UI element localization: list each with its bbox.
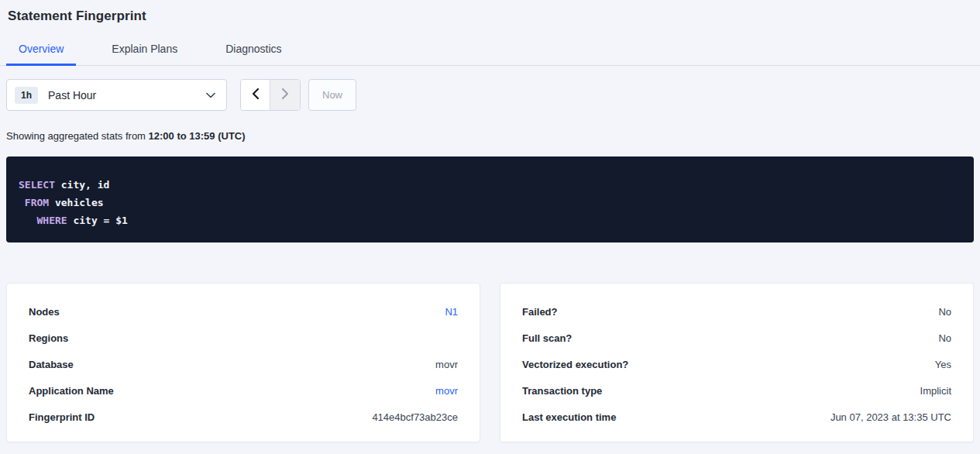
card-row-label: Last execution time: [522, 411, 616, 423]
sql-line: FROM vehicles: [19, 194, 961, 212]
chevron-left-icon: [252, 88, 260, 102]
card-row: Regions: [29, 325, 458, 351]
aggregated-stats-prefix: Showing aggregated stats from: [6, 130, 149, 142]
time-range-dropdown[interactable]: 1h Past Hour: [6, 79, 227, 111]
card-row-label: Full scan?: [522, 332, 572, 344]
card-row: Full scan?No: [522, 325, 951, 351]
time-step-button-group: [240, 79, 301, 111]
now-button[interactable]: Now: [308, 79, 356, 111]
time-controls: 1h Past Hour Now: [6, 79, 980, 111]
card-row-value: Jun 07, 2023 at 13:35 UTC: [830, 411, 951, 423]
aggregated-stats-text: Showing aggregated stats from 12:00 to 1…: [6, 130, 980, 142]
card-row-value: Implicit: [920, 385, 951, 397]
chevron-right-icon: [281, 88, 289, 102]
card-row-value-link[interactable]: movr: [435, 385, 458, 397]
card-row-value-link[interactable]: N1: [445, 306, 458, 318]
card-row-label: Transaction type: [522, 385, 602, 397]
tab-explain-plans-label: Explain Plans: [112, 43, 177, 55]
sql-statement-box: SELECT city, id FROM vehicles WHERE city…: [6, 156, 974, 242]
card-row-value: No: [938, 332, 951, 344]
card-row: Transaction typeImplicit: [522, 377, 951, 404]
statement-details-card: NodesN1RegionsDatabasemovrApplication Na…: [6, 283, 480, 442]
card-row-value: Yes: [935, 359, 951, 370]
sql-text: [19, 197, 25, 208]
time-range-label: Past Hour: [48, 89, 96, 101]
sql-line: SELECT city, id: [19, 176, 961, 194]
sql-line: WHERE city = $1: [19, 212, 961, 229]
card-row-label: Failed?: [522, 306, 558, 318]
sql-text: city = $1: [67, 215, 128, 226]
aggregated-stats-range: 12:00 to 13:59 (UTC): [149, 130, 246, 142]
sql-keyword: FROM: [25, 197, 49, 208]
card-row-value: movr: [435, 359, 458, 370]
card-row: NodesN1: [29, 298, 458, 325]
tab-explain-plans[interactable]: Explain Plans: [99, 35, 190, 66]
tab-overview[interactable]: Overview: [6, 35, 76, 66]
previous-time-button[interactable]: [241, 80, 270, 110]
sql-text: [19, 215, 36, 226]
card-row-label: Vectorized execution?: [522, 359, 628, 370]
tab-bar: Overview Explain Plans Diagnostics: [0, 35, 980, 66]
tab-overview-label: Overview: [19, 43, 64, 55]
card-row-value: No: [938, 306, 951, 318]
card-row-label: Application Name: [29, 385, 114, 397]
card-row: Fingerprint ID414e4bcf73ab23ce: [29, 404, 458, 430]
chevron-down-icon: [206, 92, 215, 98]
summary-cards: NodesN1RegionsDatabasemovrApplication Na…: [6, 283, 974, 442]
card-row: Failed?No: [522, 298, 951, 325]
card-row: Last execution timeJun 07, 2023 at 13:35…: [522, 404, 951, 430]
card-row: Application Namemovr: [29, 377, 458, 404]
time-interval-badge: 1h: [15, 87, 38, 104]
card-row-label: Nodes: [29, 306, 60, 318]
card-row-value: 414e4bcf73ab23ce: [372, 411, 458, 423]
tab-diagnostics[interactable]: Diagnostics: [213, 35, 294, 66]
sql-keyword: WHERE: [36, 215, 67, 226]
sql-text: vehicles: [49, 197, 103, 208]
card-row: Databasemovr: [29, 351, 458, 377]
card-row: Vectorized execution?Yes: [522, 351, 951, 377]
statement-fingerprint-page: Statement Fingerprint Overview Explain P…: [0, 9, 980, 454]
sql-keyword: SELECT: [19, 179, 55, 191]
card-row-label: Regions: [29, 332, 68, 344]
card-row-label: Database: [29, 359, 74, 370]
card-row-label: Fingerprint ID: [29, 411, 95, 423]
execution-attributes-card: Failed?NoFull scan?NoVectorized executio…: [500, 283, 974, 442]
sql-text: city, id: [55, 179, 109, 191]
tab-diagnostics-label: Diagnostics: [225, 43, 281, 55]
next-time-button[interactable]: [270, 80, 300, 110]
page-title: Statement Fingerprint: [8, 9, 980, 24]
